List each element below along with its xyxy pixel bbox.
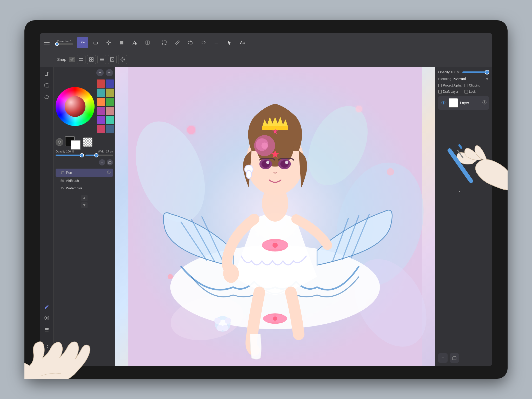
clipping-checkbox[interactable] (464, 84, 468, 87)
lasso-icon[interactable] (42, 92, 52, 102)
pen-tool[interactable]: ✏ (77, 37, 88, 48)
color-wheel-area (56, 78, 113, 134)
brush-list-up[interactable]: ▲ (81, 195, 88, 201)
color-wheel-icon[interactable] (42, 313, 52, 323)
new-file-icon[interactable] (42, 69, 52, 79)
protect-alpha-group: Protect Alpha (438, 84, 463, 87)
opacity-row: Opacity 100 % (438, 70, 489, 74)
color-mode-button[interactable] (56, 138, 63, 146)
toolbar-top: Correction 0 ✏ (40, 33, 492, 52)
delete-color-button[interactable]: − (106, 69, 113, 76)
transparent-color[interactable] (83, 137, 92, 147)
add-color-button[interactable]: + (96, 69, 104, 76)
redo-icon[interactable] (42, 342, 52, 352)
swatch-9[interactable] (106, 116, 114, 124)
layer-opacity-slider[interactable] (462, 71, 489, 73)
swatch-10[interactable] (97, 125, 105, 133)
cursor-tool[interactable] (224, 37, 235, 48)
fill-tool[interactable] (129, 37, 140, 48)
svg-rect-17 (92, 60, 93, 61)
svg-point-96 (484, 101, 485, 102)
transform-tool[interactable] (103, 37, 114, 48)
draft-layer-checkbox[interactable] (438, 90, 442, 94)
add-brush-button[interactable]: + (99, 159, 105, 165)
svg-point-50 (187, 126, 195, 134)
swatch-11[interactable] (106, 125, 114, 133)
brush-settings-pen[interactable] (107, 170, 111, 175)
sidebar-left (40, 67, 54, 366)
snap-diagonal-icon[interactable] (108, 55, 117, 64)
delete-brush-button[interactable] (107, 159, 113, 165)
layers-icon[interactable] (42, 324, 52, 335)
swatch-7[interactable] (106, 107, 114, 115)
tablet-screen: Correction 0 ✏ (40, 33, 492, 366)
text-tool[interactable]: Aa (237, 37, 248, 48)
select-rect-tool[interactable] (159, 37, 170, 48)
brush-name-pen: Pen (66, 171, 105, 175)
delete-layer-button[interactable] (450, 353, 459, 363)
swatch-4[interactable] (97, 98, 105, 106)
swatch-2[interactable] (97, 89, 105, 97)
svg-point-74 (262, 143, 268, 149)
layer-tool[interactable] (211, 37, 222, 48)
select-lasso-tool[interactable] (198, 37, 209, 48)
layer-settings-button[interactable] (482, 100, 487, 106)
snap-off-badge[interactable]: off (69, 57, 75, 62)
svg-rect-99 (453, 357, 456, 360)
correction-slider[interactable] (55, 43, 73, 45)
eyedropper-tool[interactable] (172, 37, 183, 48)
protect-alpha-checkbox[interactable] (438, 84, 442, 87)
brush-list: 17 Pen 50 AirBrush 15 Watercolor (56, 169, 113, 192)
panel-left: + − (54, 67, 115, 366)
brush-item-pen[interactable]: 17 Pen (56, 169, 113, 177)
color-wheel[interactable] (56, 87, 95, 126)
brush-item-watercolor[interactable]: 15 Watercolor (56, 185, 113, 192)
svg-rect-6 (163, 41, 166, 44)
snap-parallel-icon[interactable] (77, 55, 85, 64)
brush-icon[interactable] (42, 301, 52, 312)
layer-thumbnail (449, 98, 458, 108)
select-free-tool[interactable] (185, 37, 196, 48)
swatch-6[interactable] (97, 107, 105, 115)
draft-layer-group: Draft Layer (438, 90, 463, 94)
width-slider[interactable] (85, 155, 113, 156)
svg-rect-28 (45, 84, 49, 88)
snap-lines-icon[interactable] (97, 55, 106, 64)
undo-icon[interactable] (42, 353, 52, 364)
swatch-8[interactable] (97, 116, 105, 124)
lock-checkbox[interactable] (464, 90, 468, 94)
svg-rect-11 (215, 41, 218, 41)
gradient-tool[interactable] (142, 37, 153, 48)
swatch-1[interactable] (106, 79, 114, 88)
swatch-3[interactable] (106, 89, 114, 97)
layer-item[interactable]: Layer (438, 96, 489, 110)
canvas-area[interactable] (115, 67, 435, 366)
svg-point-82 (285, 161, 288, 164)
svg-point-29 (45, 96, 49, 99)
clipping-group: Clipping (464, 84, 489, 87)
opacity-slider[interactable] (56, 155, 83, 156)
menu-button[interactable] (42, 38, 51, 47)
background-color[interactable] (71, 140, 81, 150)
brush-list-down[interactable]: ▼ (81, 202, 88, 208)
fill-rect-tool[interactable] (116, 37, 127, 48)
svg-point-84 (246, 170, 251, 178)
layer-visibility-toggle[interactable] (440, 100, 447, 106)
swatch-0[interactable] (97, 79, 105, 88)
brush-panel-header: + (56, 158, 113, 167)
svg-rect-33 (45, 329, 49, 330)
swatch-5[interactable] (106, 98, 114, 106)
blending-dropdown[interactable]: ▼ (485, 77, 489, 81)
clipping-label: Clipping (469, 84, 480, 87)
svg-point-43 (109, 173, 109, 173)
divider1 (156, 39, 156, 46)
blending-label: Blending (438, 77, 451, 81)
snap-grid-icon[interactable] (87, 55, 96, 64)
select-icon[interactable] (42, 81, 52, 91)
blending-row: Blending Normal ▼ (438, 77, 489, 81)
eraser-tool[interactable] (90, 37, 101, 48)
brush-item-airbrush[interactable]: 50 AirBrush (56, 177, 113, 184)
svg-point-41 (109, 171, 109, 172)
snap-circle-icon[interactable] (118, 55, 127, 64)
add-layer-button[interactable]: + (438, 353, 448, 363)
